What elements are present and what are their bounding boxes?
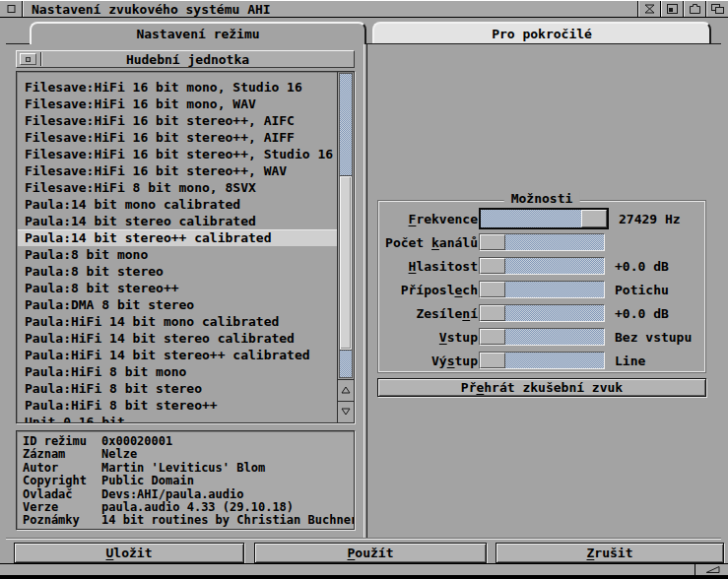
- close-button[interactable]: [0, 1, 23, 17]
- channels-row: Počet kanálů: [382, 230, 701, 254]
- mode-list-popup-button[interactable]: [20, 53, 36, 65]
- snapshot-icon: [688, 2, 702, 16]
- play-test-sound-button[interactable]: Přehrát zkušební zvuk: [377, 378, 706, 397]
- scroll-up-button[interactable]: [338, 379, 354, 401]
- monitor-label: Příposlech: [382, 283, 478, 297]
- list-item[interactable]: Paula:14 bit stereo calibrated: [18, 213, 338, 229]
- list-item[interactable]: Filesave:HiFi 16 bit stereo++, Studio 16: [18, 146, 338, 162]
- info-label: Autor: [23, 462, 101, 475]
- hourglass-button[interactable]: [637, 1, 660, 17]
- list-item[interactable]: Paula:HiFi 8 bit stereo++: [18, 397, 338, 414]
- list-item[interactable]: Paula:8 bit mono: [18, 246, 338, 263]
- info-value: Public Domain: [101, 475, 194, 487]
- depth-icon: [709, 2, 725, 16]
- info-value: Devs:AHI/paula.audio: [101, 488, 244, 501]
- channels-slider-knob[interactable]: [480, 234, 505, 250]
- list-item[interactable]: Paula:8 bit stereo: [18, 263, 338, 280]
- column-divider: [364, 44, 367, 538]
- list-item[interactable]: Paula:HiFi 8 bit mono: [18, 363, 338, 380]
- list-item[interactable]: Filesave:HiFi 16 bit stereo++, AIFC: [18, 112, 338, 129]
- list-item[interactable]: Filesave:HiFi 8 bit mono, 8SVX: [18, 179, 338, 196]
- channels-slider[interactable]: [479, 233, 605, 251]
- list-item[interactable]: Paula:14 bit mono calibrated: [18, 196, 338, 213]
- monitor-row: Příposlech Potichu: [382, 278, 701, 301]
- output-row: Výstup Line: [382, 349, 701, 372]
- info-value: 0x00020001: [101, 435, 172, 448]
- list-item[interactable]: Paula:HiFi 14 bit stereo calibrated: [18, 330, 338, 347]
- list-item[interactable]: Unit 0 16 bit: [18, 414, 338, 422]
- gain-value: +0.0 dB: [615, 306, 669, 321]
- scroll-down-icon: [340, 405, 352, 419]
- titlebar: Nastavení zvukového systému AHI: [0, 0, 728, 18]
- info-label: Ovladač: [23, 488, 101, 501]
- iconify-button[interactable]: [660, 1, 683, 17]
- list-item-selected[interactable]: Paula:14 bit stereo++ calibrated: [18, 229, 338, 246]
- iconify-icon: [665, 2, 680, 16]
- output-label: Výstup: [382, 354, 478, 368]
- frequency-slider[interactable]: [479, 208, 609, 229]
- cancel-button[interactable]: Zrušit: [496, 543, 724, 563]
- info-label: Copyright: [23, 475, 101, 487]
- monitor-slider[interactable]: [479, 281, 605, 298]
- list-item[interactable]: Filesave:HiFi 16 bit stereo++, WAV: [18, 162, 338, 179]
- frequency-label: Frekvence: [382, 212, 478, 226]
- options-group: Možnosti Frekvence 27429 Hz Počet kanálů…: [377, 200, 706, 373]
- scroll-down-button[interactable]: [338, 401, 354, 422]
- volume-label: Hlasitost: [382, 259, 478, 274]
- register-frame-line-right: [366, 43, 721, 44]
- info-label: ID režimu: [23, 435, 101, 448]
- list-item[interactable]: Paula:HiFi 14 bit stereo++ calibrated: [18, 347, 338, 363]
- input-slider-knob[interactable]: [480, 329, 505, 345]
- volume-row: Hlasitost +0.0 dB: [382, 254, 701, 278]
- snapshot-button[interactable]: [683, 1, 705, 17]
- tab-mode-settings[interactable]: Nastavení režimu: [30, 22, 366, 44]
- gain-label: Zesílení: [382, 306, 478, 321]
- list-item[interactable]: Paula:8 bit stereo++: [18, 280, 338, 296]
- volume-slider[interactable]: [479, 257, 605, 275]
- scrollbar-thumb[interactable]: [340, 176, 352, 350]
- gain-slider-knob[interactable]: [480, 305, 505, 321]
- input-slider[interactable]: [479, 328, 605, 346]
- scrollbar-track[interactable]: [339, 73, 353, 378]
- mode-list-title: Hudební jednotka: [41, 52, 354, 67]
- scroll-up-icon: [340, 383, 352, 398]
- output-slider-knob[interactable]: [480, 353, 505, 368]
- info-value: paula.audio 4.33 (29.10.18): [101, 501, 294, 514]
- channels-label: Počet kanálů: [382, 235, 478, 250]
- list-item[interactable]: Paula:HiFi 8 bit stereo: [18, 380, 338, 397]
- list-item[interactable]: Paula:HiFi 14 bit mono calibrated: [18, 313, 338, 330]
- tab-advanced[interactable]: Pro pokročilé: [372, 22, 711, 44]
- list-item[interactable]: Filesave:HiFi 16 bit mono, Studio 16: [18, 79, 338, 96]
- mode-list-header: Hudební jednotka: [16, 50, 355, 68]
- hourglass-icon: [642, 2, 657, 16]
- save-button[interactable]: Uložit: [14, 543, 244, 563]
- mode-list-rows: Filesave:HiFi 16 bit mono, Studio 16 Fil…: [18, 72, 338, 422]
- list-item[interactable]: Filesave:HiFi 16 bit mono, WAV: [18, 96, 338, 112]
- list-item[interactable]: Paula:DMA 8 bit stereo: [18, 296, 338, 313]
- output-slider[interactable]: [479, 352, 605, 369]
- resize-handle[interactable]: [695, 564, 728, 575]
- screen-edge: [0, 575, 728, 579]
- list-item[interactable]: Filesave:HiFi 16 bit stereo++, AIFF: [18, 129, 338, 146]
- depth-button[interactable]: [705, 1, 728, 17]
- gain-row: Zesílení +0.0 dB: [382, 301, 701, 325]
- use-button[interactable]: Použít: [254, 543, 487, 563]
- close-icon: [4, 2, 19, 16]
- monitor-slider-knob[interactable]: [480, 282, 505, 297]
- window-bottom-border: [0, 563, 728, 575]
- info-label: Verze: [23, 501, 101, 514]
- input-label: Vstup: [382, 330, 478, 345]
- info-label: Poznámky: [23, 514, 101, 527]
- gain-slider[interactable]: [479, 304, 605, 322]
- frequency-row: Frekvence 27429 Hz: [382, 207, 701, 230]
- volume-value: +0.0 dB: [615, 259, 669, 274]
- mode-info-panel: ID režimu0x00020001 ZáznamNelze AutorMar…: [16, 430, 355, 530]
- output-value: Line: [615, 354, 645, 368]
- frequency-value: 27429 Hz: [619, 212, 681, 226]
- register-frame-line-left: [6, 43, 30, 44]
- popup-square-icon: [26, 57, 31, 62]
- input-value: Bez vstupu: [615, 330, 692, 345]
- frequency-slider-knob[interactable]: [581, 210, 607, 227]
- volume-slider-knob[interactable]: [480, 258, 505, 274]
- info-value: Nelze: [101, 448, 137, 461]
